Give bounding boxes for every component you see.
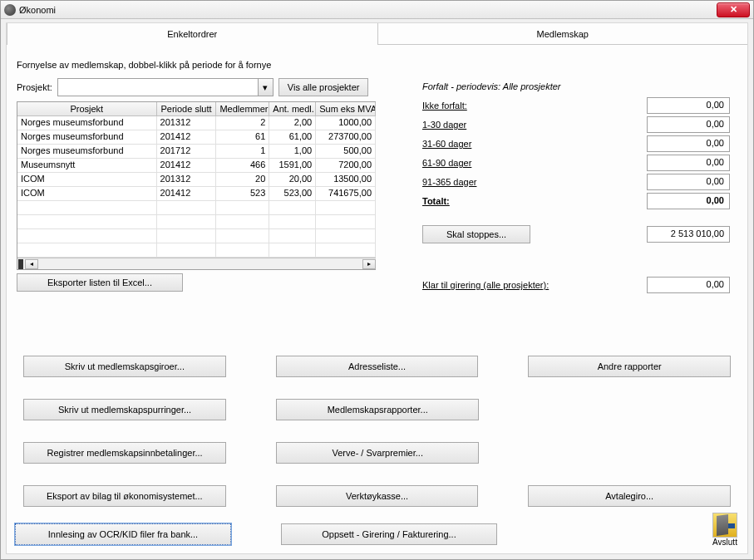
table-row[interactable]: Norges museumsforbund20131222,001000,00: [17, 116, 376, 130]
forfalt-label[interactable]: Ikke forfalt:: [422, 101, 547, 111]
show-all-projects-button[interactable]: Vis alle prosjekter: [278, 78, 369, 96]
table-cell: 523: [216, 187, 269, 200]
forfalt-row: 1-30 dager0,00: [422, 115, 730, 134]
skal-stoppes-value: 2 513 010,00: [647, 226, 730, 243]
table-cell: [269, 229, 316, 243]
table-cell: ICOM: [17, 187, 157, 200]
table-cell: [17, 201, 157, 214]
table-cell: 1000,00: [316, 116, 376, 130]
print-giro-button[interactable]: Skriv ut medlemskapsgiroer...: [23, 356, 226, 377]
table-row[interactable]: [17, 243, 376, 258]
skal-stoppes-button[interactable]: Skal stoppes...: [422, 225, 530, 243]
table-cell: 201412: [157, 187, 217, 200]
table-cell: [216, 201, 269, 214]
table-row[interactable]: [17, 215, 376, 229]
scroll-right-button[interactable]: ▸: [362, 259, 376, 269]
grid-scrollbar[interactable]: ◂ ▸: [17, 258, 376, 269]
col-sum[interactable]: Sum eks MVA: [316, 102, 376, 115]
forfalt-row: 61-90 dager0,00: [422, 154, 730, 172]
table-cell: [316, 229, 376, 243]
forfalt-value: 0,00: [647, 174, 730, 190]
app-window: Økonomi ✕ Enkeltordrer Medlemskap Fornye…: [0, 0, 754, 560]
table-cell: 61,00: [269, 130, 316, 144]
table-cell: [269, 215, 316, 228]
table-cell: [316, 215, 376, 228]
forfalt-row: 31-60 dager0,00: [422, 135, 730, 153]
table-cell: 201412: [157, 130, 217, 144]
table-row[interactable]: ICOM2013122020,0013500,00: [17, 173, 376, 187]
scroll-marker: [18, 259, 23, 269]
forfalt-row: 91-365 dager0,00: [422, 173, 730, 191]
ocr-kid-button[interactable]: Innlesing av OCR/KID filer fra bank...: [15, 523, 231, 545]
button-label: Skriv ut medlemskapspurringer...: [58, 405, 191, 415]
forfalt-label[interactable]: 1-30 dager: [422, 120, 547, 130]
grid-body: Norges museumsforbund20131222,001000,00N…: [17, 116, 376, 258]
tab-row: Enkeltordrer Medlemskap: [7, 23, 747, 45]
table-cell: 273700,00: [316, 130, 376, 144]
exit-icon: [712, 513, 737, 538]
print-purringer-button[interactable]: Skriv ut medlemskapspurringer...: [23, 399, 226, 420]
table-cell: 500,00: [316, 145, 376, 158]
dropdown-button[interactable]: ▾: [258, 79, 273, 96]
table-cell: 201312: [157, 173, 217, 186]
andre-rapporter-button[interactable]: Andre rapporter: [528, 356, 731, 377]
table-cell: 1,00: [269, 145, 316, 158]
table-row[interactable]: Museumsnytt2014124661591,007200,00: [17, 159, 376, 173]
forfalt-title: Forfalt - periodevis: Alle prosjekter: [422, 81, 730, 91]
eksport-bilag-button[interactable]: Eksport av bilag til økonomisystemet...: [23, 485, 226, 507]
table-cell: 741675,00: [316, 187, 376, 200]
table-cell: [17, 243, 157, 257]
table-row[interactable]: [17, 201, 376, 215]
button-label: Skriv ut medlemskapsgiroer...: [65, 361, 185, 371]
table-cell: [216, 243, 269, 257]
avtalegiro-button[interactable]: Avtalegiro...: [528, 485, 731, 507]
col-periode[interactable]: Periode slutt: [157, 102, 217, 115]
grid-header: Prosjekt Periode slutt Medlemmer Ant. me…: [17, 102, 376, 116]
bottom-row: Innlesing av OCR/KID filer fra bank... O…: [15, 523, 739, 545]
verktoykasse-button[interactable]: Verktøykasse...: [276, 485, 479, 507]
button-label: Registrer medlemskapsinnbetalinger...: [47, 448, 203, 458]
table-cell: 2: [216, 116, 269, 130]
table-row[interactable]: Norges museumsforbund20171211,00500,00: [17, 145, 376, 159]
button-label: Skal stoppes...: [446, 229, 506, 239]
scroll-left-button[interactable]: ◂: [25, 259, 38, 269]
project-select[interactable]: ▾: [57, 78, 274, 96]
titlebar: Økonomi ✕: [1, 1, 753, 19]
content-panel: Enkeltordrer Medlemskap Fornyelse av med…: [6, 22, 748, 554]
forfalt-label[interactable]: 61-90 dager: [422, 158, 547, 168]
medlemskapsrapporter-button[interactable]: Medlemskapsrapporter...: [276, 399, 479, 420]
forfalt-label[interactable]: 91-365 dager: [422, 177, 547, 187]
girering-value: 0,00: [647, 277, 730, 293]
col-prosjekt[interactable]: Prosjekt: [17, 102, 157, 115]
table-cell: Norges museumsforbund: [17, 145, 157, 158]
tab-enkeltordrer[interactable]: Enkeltordrer: [7, 23, 378, 45]
table-cell: Norges museumsforbund: [17, 130, 157, 144]
col-medlemmer[interactable]: Medlemmer: [216, 102, 269, 115]
export-excel-button[interactable]: Eksporter listen til Excel...: [17, 273, 183, 292]
col-antmedl[interactable]: Ant. medl.: [269, 102, 316, 115]
button-label: Eksporter listen til Excel...: [47, 278, 152, 287]
registrer-innbetalinger-button[interactable]: Registrer medlemskapsinnbetalinger...: [23, 442, 226, 464]
close-icon: ✕: [730, 4, 737, 15]
button-label: Verve- / Svarpremier...: [333, 448, 423, 458]
table-cell: [157, 201, 217, 214]
forfalt-label[interactable]: 31-60 dager: [422, 139, 547, 149]
table-cell: 523,00: [269, 187, 316, 200]
table-row[interactable]: [17, 229, 376, 243]
table-cell: [269, 201, 316, 214]
close-button[interactable]: ✕: [717, 2, 750, 17]
table-row[interactable]: Norges museumsforbund2014126161,00273700…: [17, 130, 376, 145]
table-cell: [269, 243, 316, 257]
table-cell: 201712: [157, 145, 217, 158]
verve-svarpremier-button[interactable]: Verve- / Svarpremier...: [276, 442, 479, 464]
oppsett-button[interactable]: Oppsett - Girering / Fakturering...: [281, 523, 497, 545]
projects-grid[interactable]: Prosjekt Periode slutt Medlemmer Ant. me…: [17, 101, 376, 270]
forfalt-row: Ikke forfalt:0,00: [422, 96, 730, 115]
exit-button[interactable]: Avslutt: [712, 513, 737, 547]
table-cell: [316, 243, 376, 257]
table-row[interactable]: ICOM201412523523,00741675,00: [17, 187, 376, 201]
adresseliste-button[interactable]: Adresseliste...: [276, 356, 479, 377]
tab-medlemskap[interactable]: Medlemskap: [378, 23, 748, 45]
table-cell: [216, 229, 269, 243]
app-icon: [4, 4, 16, 16]
